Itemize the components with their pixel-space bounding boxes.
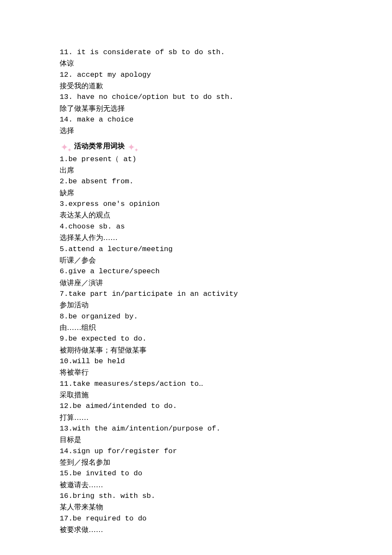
item-number: 14. xyxy=(60,116,77,124)
main-list: 1.be present（ at)出席2.be absent from.缺席3.… xyxy=(60,154,332,536)
vocab-english: 12. accept my apology xyxy=(60,69,332,81)
item-english-text: have no choice/option but to do sth. xyxy=(77,93,233,101)
item-english-text: will be held xyxy=(73,357,125,365)
vocab-english: 12.be aimed/intended to do. xyxy=(60,401,332,412)
vocab-chinese: 出席 xyxy=(60,165,332,176)
item-number: 4. xyxy=(60,223,68,231)
sparkle-icon: ✦✦ xyxy=(127,140,139,152)
item-english-text: choose sb. as xyxy=(68,223,125,231)
vocab-chinese: 签到／报名参加 xyxy=(60,457,332,468)
item-number: 13. xyxy=(60,93,77,101)
top-list: 11. it is considerate of sb to do sth.体谅… xyxy=(60,47,332,137)
item-number: 17. xyxy=(60,515,73,523)
vocab-english: 14.sign up for/register for xyxy=(60,446,332,457)
item-english-text: give a lecture/speech xyxy=(68,267,159,275)
item-english-text: take measures/steps/action to… xyxy=(73,380,203,388)
item-number: 5. xyxy=(60,245,68,253)
item-english-text: be organized by. xyxy=(68,312,138,321)
section-header: ✦✦ 活动类常用词块 ✦✦ xyxy=(60,140,332,152)
vocab-english: 10.will be held xyxy=(60,356,332,367)
vocab-chinese: 做讲座／演讲 xyxy=(60,278,332,289)
vocab-chinese: 选择某人作为…… xyxy=(60,232,332,243)
vocab-english: 2.be absent from. xyxy=(60,176,332,187)
item-number: 12. xyxy=(60,71,77,79)
vocab-chinese: 某人带来某物 xyxy=(60,502,332,513)
item-number: 15. xyxy=(60,469,73,477)
item-number: 1. xyxy=(60,155,68,163)
item-number: 11. xyxy=(60,380,73,388)
item-english-text: it is considerate of sb to do sth. xyxy=(77,48,225,56)
vocab-english: 6.give a lecture/speech xyxy=(60,266,332,277)
page-content: 11. it is considerate of sb to do sth.体谅… xyxy=(0,0,392,552)
item-english-text: attend a lecture/meeting xyxy=(68,245,173,253)
vocab-chinese: 听课／参会 xyxy=(60,255,332,266)
vocab-english: 4.choose sb. as xyxy=(60,221,332,232)
vocab-english: 13. have no choice/option but to do sth. xyxy=(60,92,332,103)
item-english-text: bring sth. with sb. xyxy=(73,492,156,500)
vocab-chinese: 参加活动 xyxy=(60,300,332,311)
vocab-chinese: 表达某人的观点 xyxy=(60,210,332,221)
vocab-chinese: 由……组织 xyxy=(60,322,332,333)
vocab-chinese: 除了做某事别无选择 xyxy=(60,103,332,114)
vocab-english: 3.express one's opinion xyxy=(60,199,332,210)
vocab-english: 15.be invited to do xyxy=(60,468,332,479)
vocab-chinese: 采取措施 xyxy=(60,390,332,401)
item-english-text: be expected to do. xyxy=(68,335,147,343)
item-number: 3. xyxy=(60,200,68,208)
vocab-english: 11.take measures/steps/action to… xyxy=(60,379,332,390)
item-number: 9. xyxy=(60,335,68,343)
vocab-chinese: 体谅 xyxy=(60,58,332,69)
item-number: 14. xyxy=(60,447,73,455)
item-number: 2. xyxy=(60,177,68,185)
item-number: 7. xyxy=(60,290,68,298)
item-number: 6. xyxy=(60,267,68,275)
vocab-chinese: 被期待做某事；有望做某事 xyxy=(60,345,332,356)
item-number: 13. xyxy=(60,425,73,433)
item-english-text: take part in/participate in an activity xyxy=(68,290,238,298)
vocab-english: 7.take part in/participate in an activit… xyxy=(60,289,332,300)
item-number: 16. xyxy=(60,492,73,500)
vocab-chinese: 缺席 xyxy=(60,188,332,199)
vocab-english: 9.be expected to do. xyxy=(60,333,332,344)
item-english-text: be absent from. xyxy=(68,177,133,185)
item-english-text: make a choice xyxy=(77,116,134,124)
section-title: 活动类常用词块 xyxy=(74,141,125,152)
item-english-text: with the aim/intention/purpose of. xyxy=(73,425,221,433)
vocab-chinese: 目标是 xyxy=(60,434,332,445)
item-english-text: be present（ at) xyxy=(68,155,136,163)
vocab-chinese: 被要求做…… xyxy=(60,524,332,535)
vocab-chinese: 打算…… xyxy=(60,412,332,423)
item-number: 12. xyxy=(60,402,73,410)
vocab-english: 14. make a choice xyxy=(60,114,332,125)
item-number: 11. xyxy=(60,48,77,56)
item-number: 10. xyxy=(60,357,73,365)
item-english-text: accept my apology xyxy=(77,71,151,79)
vocab-english: 16.bring sth. with sb. xyxy=(60,491,332,502)
item-english-text: sign up for/register for xyxy=(73,447,177,455)
item-english-text: express one's opinion xyxy=(68,200,159,208)
item-english-text: be invited to do xyxy=(73,469,142,477)
vocab-english: 8.be organized by. xyxy=(60,311,332,322)
item-number: 8. xyxy=(60,312,68,321)
vocab-chinese: 接受我的道歉 xyxy=(60,81,332,92)
vocab-chinese: 选择 xyxy=(60,125,332,136)
vocab-english: 11. it is considerate of sb to do sth. xyxy=(60,47,332,58)
vocab-english: 17.be required to do xyxy=(60,513,332,524)
vocab-chinese: 将被举行 xyxy=(60,367,332,378)
vocab-chinese: 被邀请去…… xyxy=(60,480,332,491)
item-english-text: be aimed/intended to do. xyxy=(73,402,177,410)
item-english-text: be required to do xyxy=(73,515,147,523)
vocab-english: 13.with the aim/intention/purpose of. xyxy=(60,423,332,434)
vocab-english: 1.be present（ at) xyxy=(60,154,332,165)
sparkle-icon: ✦✦ xyxy=(60,140,72,152)
vocab-english: 5.attend a lecture/meeting xyxy=(60,244,332,255)
